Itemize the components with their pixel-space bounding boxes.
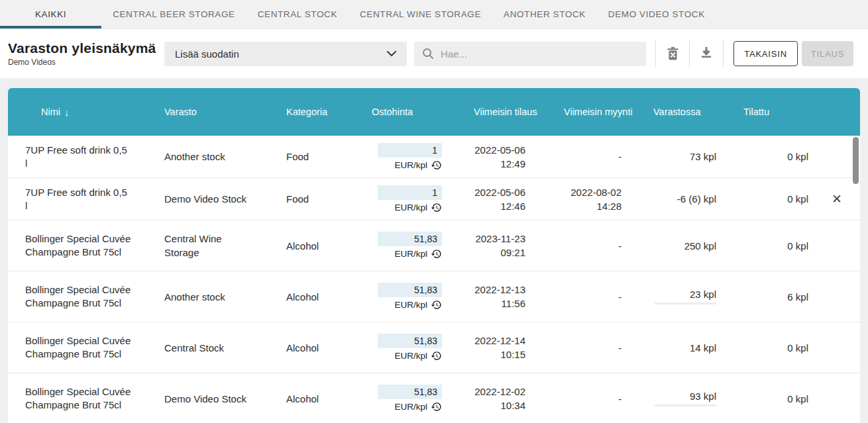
download-button[interactable] xyxy=(690,40,723,67)
ordered-value: 0 kpl xyxy=(787,193,808,205)
add-filter-select[interactable]: Lisää suodatin xyxy=(164,42,407,66)
price-unit: EUR/kpl xyxy=(394,160,427,170)
content-area: Nimi ↓ Varasto Kategoria Ostohinta Viime… xyxy=(0,78,868,423)
table-row[interactable]: 7UP Free soft drink 0,5 l Demo Video Sto… xyxy=(8,178,860,220)
last-sale-date: - xyxy=(618,150,622,164)
price-unit: EUR/kpl xyxy=(394,203,427,212)
price-unit: EUR/kpl xyxy=(394,402,427,412)
stock-level-bar xyxy=(655,303,716,305)
add-filter-label: Lisää suodatin xyxy=(175,48,239,60)
table-header-row: Nimi ↓ Varasto Kategoria Ostohinta Viime… xyxy=(8,88,860,136)
last-order-date: 2022-12-14 xyxy=(474,334,525,348)
last-sale-date: - xyxy=(618,392,622,406)
last-order-time: 09:21 xyxy=(500,246,525,259)
order-button[interactable]: TILAUS xyxy=(802,41,853,66)
column-header-name[interactable]: Nimi ↓ xyxy=(8,107,151,118)
chevron-down-icon xyxy=(387,51,396,57)
table-row[interactable]: Bollinger Special Cuvée Champagne Brut 7… xyxy=(8,322,860,373)
category: Alcohol xyxy=(286,240,319,252)
last-order-date: 2022-05-06 xyxy=(474,143,525,157)
price-input[interactable]: 1 xyxy=(378,143,442,158)
column-header-last-sale[interactable]: Viimeisin myynti xyxy=(550,107,643,117)
last-order-time: 12:49 xyxy=(500,157,525,171)
price-history-icon[interactable] xyxy=(431,299,442,310)
in-stock-value: 14 kpl xyxy=(690,342,716,353)
column-header-last-order[interactable]: Viimeisin tilaus xyxy=(445,107,550,117)
table-row[interactable]: Bollinger Special Cuvée Champagne Brut 7… xyxy=(8,373,860,423)
column-header-purchase-price[interactable]: Ostohinta xyxy=(366,107,445,117)
price-history-icon[interactable] xyxy=(431,350,442,361)
price-history-icon[interactable] xyxy=(431,401,442,412)
clear-filters-trash-button[interactable] xyxy=(656,40,689,67)
table-row[interactable]: 7UP Free soft drink 0,5 l Another stock … xyxy=(8,136,860,178)
price-unit: EUR/kpl xyxy=(394,249,427,259)
stock-level-bar xyxy=(655,404,716,406)
price-history-icon[interactable] xyxy=(431,248,442,259)
warehouse-name: Central Wine Storage xyxy=(164,232,249,259)
last-order-date: 2023-11-23 xyxy=(475,232,525,246)
price-input[interactable]: 51,83 xyxy=(378,385,442,399)
tab-demo-video-stock[interactable]: DEMO VIDEO STOCK xyxy=(597,0,716,28)
category: Alcohol xyxy=(286,342,319,353)
in-stock-value: 250 kpl xyxy=(684,240,716,252)
column-header-ordered[interactable]: Tilattu xyxy=(722,107,814,117)
ordered-value: 0 kpl xyxy=(787,240,808,252)
product-name: Bollinger Special Cuvée Champagne Brut 7… xyxy=(25,334,131,361)
product-name: Bollinger Special Cuvée Champagne Brut 7… xyxy=(25,385,131,412)
row-close-icon[interactable]: ✕ xyxy=(832,193,842,205)
last-order-time: 11:56 xyxy=(502,297,525,310)
download-icon xyxy=(700,47,712,60)
last-sale-date: 2022-08-02 xyxy=(570,185,622,199)
category: Alcohol xyxy=(286,393,319,404)
warehouse-name: Demo Video Stock xyxy=(164,392,246,406)
price-unit: EUR/kpl xyxy=(394,300,427,310)
in-stock-value: 73 kpl xyxy=(690,151,716,162)
ordered-value: 6 kpl xyxy=(787,291,808,303)
last-sale-date: - xyxy=(618,239,622,253)
last-order-date: 2022-05-06 xyxy=(474,185,525,199)
tab-central-wine-storage[interactable]: CENTRAL WINE STORAGE xyxy=(349,0,492,28)
toolbar: Varaston yleisnäkymä Demo Videos Lisää s… xyxy=(0,29,868,78)
product-name: 7UP Free soft drink 0,5 l xyxy=(25,186,131,212)
inventory-table: Nimi ↓ Varasto Kategoria Ostohinta Viime… xyxy=(8,88,860,423)
tab-central-beer-storage[interactable]: CENTRAL BEER STORAGE xyxy=(101,0,246,28)
search-box[interactable] xyxy=(414,42,646,66)
price-unit: EUR/kpl xyxy=(394,351,427,361)
tab-another-stock[interactable]: ANOTHER STOCK xyxy=(492,0,597,28)
in-stock-value: -6 (6) kpl xyxy=(677,193,716,205)
product-name: Bollinger Special Cuvée Champagne Brut 7… xyxy=(25,283,131,310)
tab-kaikki[interactable]: KAIKKI xyxy=(0,0,101,28)
ordered-value: 0 kpl xyxy=(787,342,808,353)
ordered-value: 0 kpl xyxy=(787,393,808,404)
warehouse-name: Another stock xyxy=(164,150,225,164)
search-input[interactable] xyxy=(441,48,638,60)
last-order-time: 10:34 xyxy=(500,399,525,412)
column-header-category[interactable]: Kategoria xyxy=(270,107,366,117)
price-input[interactable]: 51,83 xyxy=(378,232,442,246)
price-history-icon[interactable] xyxy=(431,202,442,213)
tab-central-stock[interactable]: CENTRAL STOCK xyxy=(246,0,349,28)
warehouse-tabbar: KAIKKI CENTRAL BEER STORAGE CENTRAL STOC… xyxy=(0,0,868,29)
divider xyxy=(723,40,724,67)
table-row[interactable]: Bollinger Special Cuvée Champagne Brut 7… xyxy=(8,271,860,322)
table-row[interactable]: Bollinger Special Cuvée Champagne Brut 7… xyxy=(8,220,860,271)
price-input[interactable]: 51,83 xyxy=(378,334,442,348)
last-sale-date: - xyxy=(618,290,622,304)
column-header-in-stock[interactable]: Varastossa xyxy=(643,107,722,117)
sort-descending-icon: ↓ xyxy=(64,107,70,118)
last-order-time: 12:46 xyxy=(500,199,525,213)
in-stock-value: 93 kpl xyxy=(690,391,716,402)
price-history-icon[interactable] xyxy=(431,160,442,171)
last-sale-date: - xyxy=(618,341,622,355)
search-icon xyxy=(422,48,434,60)
column-header-warehouse[interactable]: Varasto xyxy=(151,107,270,117)
in-stock-value: 23 kpl xyxy=(690,289,716,300)
page-title: Varaston yleisnäkymä xyxy=(8,40,164,56)
title-block: Varaston yleisnäkymä Demo Videos xyxy=(8,40,164,67)
trash-delete-icon xyxy=(667,47,679,61)
last-sale-time: 14:28 xyxy=(596,199,622,213)
price-input[interactable]: 1 xyxy=(378,185,442,200)
back-button[interactable]: TAKAISIN xyxy=(733,41,798,66)
price-input[interactable]: 51,83 xyxy=(378,283,442,297)
table-scrollbar[interactable] xyxy=(853,137,859,184)
